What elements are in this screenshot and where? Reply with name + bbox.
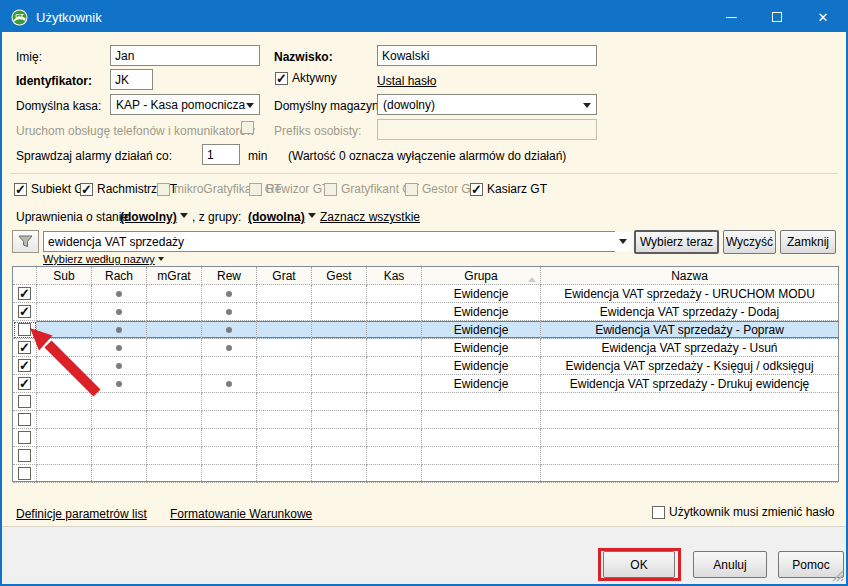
table-row[interactable]: EwidencjeEwidencja VAT sprzedaży - Popra… [13, 321, 838, 339]
row-select-cell [13, 375, 37, 393]
last-name-input[interactable] [377, 45, 597, 66]
filter-button[interactable] [12, 230, 39, 253]
checkbox-box[interactable] [470, 183, 483, 196]
column-header-grupa[interactable]: Grupa [422, 267, 541, 285]
permission-cell [367, 429, 422, 447]
table-row[interactable] [13, 465, 838, 483]
ok-button[interactable]: OK [603, 551, 675, 578]
from-group-label: , z grupy: [192, 210, 241, 224]
alarm-interval-input[interactable] [202, 144, 240, 165]
name-cell [541, 465, 838, 483]
row-checkbox[interactable] [18, 305, 31, 318]
row-checkbox[interactable] [18, 377, 31, 390]
column-header-sub[interactable]: Sub [37, 267, 92, 285]
select-all-link[interactable]: Zaznacz wszystkie [320, 210, 420, 224]
list-parameters-link[interactable]: Definicje parametrów list [16, 507, 147, 521]
choose-by-name-link[interactable]: Wybierz według nazwy [43, 253, 164, 265]
permission-cell [202, 465, 257, 483]
group-text: Ewidencje [454, 341, 509, 355]
permission-cell [147, 447, 202, 465]
column-header-checkbox[interactable] [13, 267, 37, 285]
conditional-formatting-link[interactable]: Formatowanie Warunkowe [170, 507, 312, 521]
set-password-link[interactable]: Ustal hasło [377, 74, 436, 88]
group-cell: Ewidencje [422, 375, 541, 393]
column-header-kas[interactable]: Kas [367, 267, 422, 285]
table-row[interactable] [13, 447, 838, 465]
table-row[interactable] [13, 429, 838, 447]
row-checkbox[interactable] [18, 467, 31, 480]
table-row[interactable] [13, 411, 838, 429]
close-list-button[interactable]: Zamknij [780, 230, 836, 254]
row-checkbox[interactable] [18, 431, 31, 444]
titlebar[interactable]: GT Użytkownik ✕ [2, 2, 846, 32]
maximize-button[interactable] [754, 2, 800, 32]
table-row[interactable]: EwidencjeEwidencja VAT sprzedaży - URUCH… [13, 285, 838, 303]
column-header-grat[interactable]: Grat [257, 267, 312, 285]
funnel-icon [18, 235, 33, 248]
table-row[interactable]: EwidencjeEwidencja VAT sprzedaży - Dodaj [13, 303, 838, 321]
name-cell: Ewidencja VAT sprzedaży - Popraw [541, 321, 838, 339]
default-warehouse-select[interactable]: (dowolny) [377, 94, 597, 115]
table-row[interactable]: EwidencjeEwidencja VAT sprzedaży - Księg… [13, 357, 838, 375]
column-header-mgrat[interactable]: mGrat [147, 267, 202, 285]
name-cell: Ewidencja VAT sprzedaży - Drukuj ewidenc… [541, 375, 838, 393]
permission-cell [312, 429, 367, 447]
close-button[interactable]: ✕ [800, 2, 846, 32]
permission-cell [37, 285, 92, 303]
checkbox-box[interactable] [14, 183, 27, 196]
state-filter-dropdown[interactable]: (dowolny) [120, 210, 188, 224]
row-checkbox[interactable] [18, 323, 31, 336]
minimize-icon [726, 17, 737, 18]
last-name-label: Nazwisko: [274, 50, 333, 64]
permission-cell [257, 393, 312, 411]
permission-cell [37, 339, 92, 357]
row-checkbox[interactable] [18, 287, 31, 300]
group-cell [422, 411, 541, 429]
checkbox-box[interactable] [80, 183, 93, 196]
group-filter-dropdown[interactable]: (dowolna) [248, 210, 316, 224]
row-checkbox[interactable] [18, 395, 31, 408]
must-change-password-box[interactable] [652, 506, 665, 519]
active-checkbox[interactable]: Aktywny [275, 71, 337, 85]
row-checkbox[interactable] [18, 359, 31, 372]
resize-grip[interactable] [831, 569, 844, 582]
phones-label: Uruchom obsługę telefonów i komunikatoró… [16, 124, 255, 138]
app-checkbox-kasiarz-gt[interactable]: Kasiarz GT [470, 182, 547, 196]
search-dropdown-button[interactable] [614, 232, 631, 251]
permission-dot [116, 309, 122, 315]
default-cash-select[interactable]: KAP - Kasa pomocnicza [110, 94, 260, 115]
active-checkbox-box[interactable] [275, 72, 288, 85]
permission-cell [147, 375, 202, 393]
group-text: Ewidencje [454, 323, 509, 337]
column-header-gest[interactable]: Gest [312, 267, 367, 285]
table-row[interactable]: EwidencjeEwidencja VAT sprzedaży - Druku… [13, 375, 838, 393]
group-text: Ewidencje [454, 377, 509, 391]
row-checkbox[interactable] [18, 341, 31, 354]
must-change-password-label: Użytkownik musi zmienić hasło [669, 505, 834, 519]
identifier-input[interactable] [110, 69, 153, 90]
minimize-button[interactable] [708, 2, 754, 32]
permission-cell [202, 411, 257, 429]
first-name-input[interactable] [110, 45, 260, 66]
column-header-rew[interactable]: Rew [202, 267, 257, 285]
header-label: Rew [217, 269, 241, 283]
chevron-down-icon [158, 257, 164, 264]
permission-cell [367, 357, 422, 375]
name-cell: Ewidencja VAT sprzedaży - Księguj / odks… [541, 357, 838, 375]
choose-now-button[interactable]: Wybierz teraz [634, 230, 719, 254]
table-row[interactable]: EwidencjeEwidencja VAT sprzedaży - Usuń [13, 339, 838, 357]
group-cell: Ewidencje [422, 303, 541, 321]
column-header-nazwa[interactable]: Nazwa [541, 267, 838, 285]
table-row[interactable] [13, 393, 838, 411]
permission-search-input[interactable] [43, 231, 615, 252]
row-checkbox[interactable] [18, 449, 31, 462]
permission-cell [257, 357, 312, 375]
anuluj-button[interactable]: Anuluj [693, 551, 767, 578]
must-change-password-checkbox[interactable]: Użytkownik musi zmienić hasło [652, 505, 834, 519]
permission-cell [312, 303, 367, 321]
name-cell: Ewidencja VAT sprzedaży - URUCHOM MODU [541, 285, 838, 303]
row-checkbox[interactable] [18, 413, 31, 426]
clear-button[interactable]: Wyczyść [723, 230, 776, 254]
column-header-rach[interactable]: Rach [92, 267, 147, 285]
group-cell [422, 429, 541, 447]
